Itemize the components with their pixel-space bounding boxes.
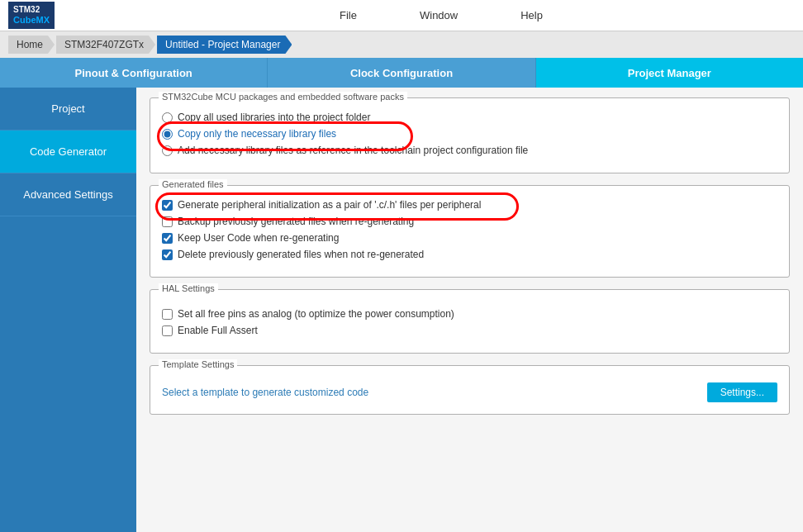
hal-settings-section: HAL Settings Set all free pins as analog… [150, 289, 790, 354]
radio-row-2: Copy only the necessary library files [162, 128, 777, 140]
tab-bar: Pinout & Configuration Clock Configurati… [0, 58, 803, 88]
cb-row-1: Generate peripheral initialization as a … [162, 199, 777, 211]
breadcrumb-home[interactable]: Home [8, 36, 55, 54]
cb-generate-peripheral[interactable] [162, 200, 173, 211]
generated-files-section: Generated files Generate peripheral init… [150, 185, 790, 278]
sidebar: Project Code Generator Advanced Settings [0, 88, 136, 532]
sidebar-item-code-generator[interactable]: Code Generator [0, 131, 136, 173]
cb-full-assert[interactable] [162, 325, 173, 336]
radio-add-reference-label: Add necessary library files as reference… [178, 145, 528, 156]
radio-copy-necessary-label: Copy only the necessary library files [178, 128, 336, 140]
breadcrumb-device[interactable]: STM32F407ZGTx [56, 36, 155, 54]
hal-cb-row-1: Set all free pins as analog (to optimize… [162, 308, 777, 320]
radio-row-3: Add necessary library files as reference… [162, 145, 777, 156]
settings-button[interactable]: Settings... [707, 382, 777, 402]
cb-free-pins-label: Set all free pins as analog (to optimize… [178, 308, 454, 320]
template-row: Select a template to generate customized… [162, 379, 777, 402]
breadcrumb-project[interactable]: Untitled - Project Manager [157, 36, 292, 54]
menu-file[interactable]: File [333, 6, 363, 25]
radio-add-reference[interactable] [162, 145, 173, 156]
sidebar-item-project[interactable]: Project [0, 88, 136, 131]
cb-backup-label: Backup previously generated files when r… [178, 216, 414, 227]
logo-stm32: STM32 [13, 5, 40, 14]
tab-project-manager[interactable]: Project Manager [536, 58, 803, 88]
menu-help[interactable]: Help [514, 6, 549, 25]
template-settings-title: Template Settings [159, 359, 237, 369]
cb-keep-user-code-label: Keep User Code when re-generating [178, 232, 339, 244]
logo-cubemx: CubeMX [13, 15, 50, 25]
menu-window[interactable]: Window [413, 6, 464, 25]
cb-generate-peripheral-label: Generate peripheral initialization as a … [178, 199, 481, 211]
generated-files-title: Generated files [159, 179, 227, 189]
hal-cb-row-2: Enable Full Assert [162, 325, 777, 336]
cb-full-assert-label: Enable Full Assert [178, 325, 258, 336]
breadcrumb: Home STM32F407ZGTx Untitled - Project Ma… [0, 31, 803, 58]
cb-free-pins[interactable] [162, 309, 173, 320]
content-area: STM32Cube MCU packages and embedded soft… [136, 88, 803, 532]
cb-row-4: Delete previously generated files when n… [162, 249, 777, 260]
cb-row-3: Keep User Code when re-generating [162, 232, 777, 244]
radio-copy-all[interactable] [162, 112, 173, 123]
cb-backup[interactable] [162, 216, 173, 227]
mcu-packages-section: STM32Cube MCU packages and embedded soft… [150, 97, 790, 173]
mcu-packages-title: STM32Cube MCU packages and embedded soft… [159, 92, 407, 102]
cb-keep-user-code[interactable] [162, 233, 173, 244]
radio-copy-necessary[interactable] [162, 129, 173, 140]
cb-delete-generated[interactable] [162, 249, 173, 260]
cb-delete-generated-label: Delete previously generated files when n… [178, 249, 424, 260]
logo-area: STM32 CubeMX [8, 2, 55, 29]
sidebar-item-advanced-settings[interactable]: Advanced Settings [0, 173, 136, 216]
main-layout: Project Code Generator Advanced Settings… [0, 88, 803, 532]
template-text: Select a template to generate customized… [162, 387, 368, 398]
logo-box: STM32 CubeMX [8, 2, 55, 29]
top-bar: STM32 CubeMX File Window Help [0, 0, 803, 31]
radio-row-1: Copy all used libraries into the project… [162, 112, 777, 123]
tab-clock[interactable]: Clock Configuration [268, 58, 535, 88]
tab-pinout[interactable]: Pinout & Configuration [0, 58, 268, 88]
template-settings-section: Template Settings Select a template to g… [150, 365, 790, 415]
radio-copy-all-label: Copy all used libraries into the project… [178, 112, 370, 123]
hal-settings-title: HAL Settings [159, 283, 218, 293]
hal-content: Set all free pins as analog (to optimize… [162, 303, 777, 336]
menu-bar: File Window Help [88, 6, 795, 25]
cb-row-2: Backup previously generated files when r… [162, 216, 777, 227]
